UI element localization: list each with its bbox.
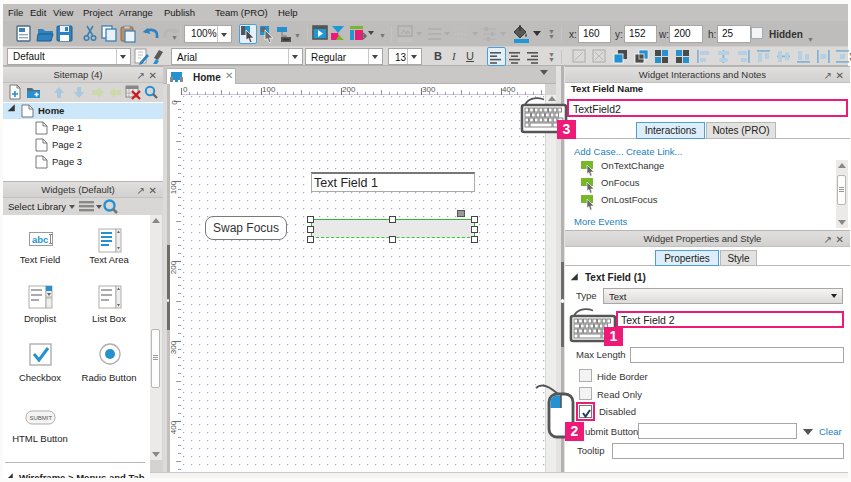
svg-text:abc: abc <box>32 234 48 245</box>
svg-text:SUBMIT: SUBMIT <box>30 415 53 421</box>
